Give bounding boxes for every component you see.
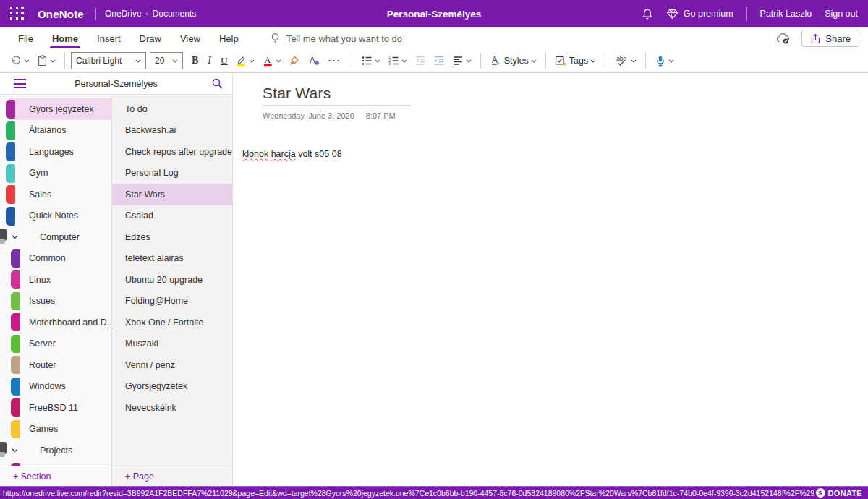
chevron-down-icon [135, 59, 141, 63]
more-formatting-button[interactable]: ··· [324, 54, 346, 68]
page-item-folding-home[interactable]: Folding@Home [112, 291, 232, 312]
go-premium-button[interactable]: Go premium [666, 9, 733, 20]
sidebar-item-computer[interactable]: Computer [0, 226, 111, 248]
sidebar-item-server[interactable]: Server [0, 333, 111, 355]
gem-icon [666, 9, 678, 20]
sidebar-item-linux[interactable]: Linux [0, 269, 111, 291]
add-page-button[interactable]: + Page [112, 466, 232, 486]
note-body-text[interactable]: klonok harcja volt s05 08 [242, 149, 868, 159]
svg-text:A: A [265, 56, 271, 64]
ribbon-tab-view[interactable]: View [171, 27, 210, 49]
ribbon-tab-home[interactable]: Home [43, 27, 88, 49]
page-item-edz-s[interactable]: Edzés [112, 226, 232, 248]
chevron-down-icon [12, 448, 18, 453]
decrease-indent-button[interactable] [412, 53, 429, 69]
sidebar-item-games[interactable]: Games [0, 419, 111, 440]
user-account-button[interactable]: Patrik Laszlo [760, 9, 812, 19]
body-text: volt s05 08 [296, 149, 342, 159]
spell-check-button[interactable]: abc [611, 53, 639, 69]
toolbar-divider [545, 53, 546, 69]
page-time: 8:07 PM [366, 111, 396, 120]
italic-button[interactable]: I [203, 53, 216, 69]
note-canvas[interactable]: Star Wars Wednesday, June 3, 2020 8:07 P… [233, 73, 868, 486]
tags-button[interactable]: ★ Tags [552, 53, 599, 69]
page-item-csalad[interactable]: Csalad [112, 205, 232, 227]
breadcrumb-current[interactable]: Documents [153, 9, 197, 19]
increase-indent-button[interactable] [430, 53, 448, 69]
page-item-personal-log[interactable]: Personal Log [112, 163, 232, 184]
app-title[interactable]: OneNote [38, 8, 84, 20]
tell-me-search[interactable]: Tell me what you want to do [270, 33, 402, 44]
search-icon[interactable] [211, 77, 224, 90]
page-item-ubuntu-20-upgrade[interactable]: Ubuntu 20 upgrade [112, 269, 232, 291]
notifications-bell-icon[interactable] [642, 8, 653, 20]
sidebar-item-freebsd-11[interactable]: FreeBSD 11 [0, 397, 111, 419]
bullet-list-button[interactable] [358, 53, 383, 69]
page-item-xbox-one-fortnite[interactable]: Xbox One / Fortnite [112, 312, 232, 333]
hamburger-menu-icon[interactable] [14, 79, 26, 88]
status-url: https://onedrive.live.com/redir?resid=3B… [3, 489, 814, 498]
undo-button[interactable] [7, 53, 33, 69]
sidebar-item-gym[interactable]: Gym [0, 163, 111, 184]
increase-indent-icon [433, 55, 445, 67]
page-item-star-wars[interactable]: Star Wars [112, 184, 232, 205]
add-section-button[interactable]: + Section [0, 466, 111, 486]
sidebar-item-ltal-nos[interactable]: Általános [0, 120, 111, 142]
share-button[interactable]: Share [801, 30, 859, 47]
page-item-teletext-alairas[interactable]: teletext alairas [112, 248, 232, 270]
section-color-tab [11, 463, 20, 466]
alignment-button[interactable] [449, 53, 475, 69]
ribbon-tab-draw[interactable]: Draw [130, 27, 171, 49]
format-painter-button[interactable] [286, 53, 303, 69]
paste-button[interactable] [34, 53, 59, 69]
underline-button[interactable]: U [218, 53, 231, 69]
sidebar-item-moterhboard-and-d[interactable]: Moterhboard and D... [0, 312, 111, 333]
numbered-list-button[interactable]: 123 [385, 53, 410, 69]
page-item-check-repos-after-upgrade[interactable]: Check repos after upgrade [112, 141, 232, 163]
svg-text:★: ★ [562, 61, 567, 67]
breadcrumb-root[interactable]: OneDrive [105, 9, 142, 19]
clear-formatting-button[interactable]: A [305, 53, 323, 69]
sidebar-item-quick-notes[interactable]: Quick Notes [0, 205, 111, 227]
section-color-tab [11, 250, 20, 268]
ribbon-tab-insert[interactable]: Insert [88, 27, 130, 49]
sidebar-item-windows[interactable]: Windows [0, 376, 111, 398]
chevron-down-icon [668, 59, 674, 63]
section-color-tab [11, 313, 20, 331]
bold-button[interactable]: B [189, 53, 201, 69]
highlight-color-button[interactable] [232, 53, 258, 69]
sidebar-item-section-partial[interactable] [0, 461, 111, 466]
top-app-bar: OneNote OneDrive › Documents Personal-Sz… [0, 0, 868, 27]
page-title[interactable]: Star Wars [263, 85, 868, 102]
toolbar-divider [64, 53, 65, 69]
highlighter-icon [235, 55, 247, 67]
sidebar-item-router[interactable]: Router [0, 354, 111, 376]
topbar-divider [95, 7, 96, 20]
font-name-select[interactable]: Calibri Light [71, 52, 146, 69]
dictate-button[interactable] [652, 53, 677, 69]
styles-button[interactable]: A Styles [487, 53, 540, 69]
page-item-to-do[interactable]: To do [112, 98, 232, 120]
chevron-down-icon [401, 59, 407, 63]
sidebar-item-languages[interactable]: Languages [0, 141, 111, 163]
title-underline [263, 105, 411, 106]
donate-button[interactable]: $ DONATE [816, 488, 865, 498]
sign-out-button[interactable]: Sign out [825, 9, 858, 19]
sidebar-item-gyors-jegyzetek[interactable]: Gyors jegyzetek [0, 98, 111, 120]
font-color-button[interactable]: A [259, 53, 284, 69]
page-item-backwash-ai[interactable]: Backwash.ai [112, 120, 232, 142]
sidebar-item-issues[interactable]: Issues [0, 291, 111, 312]
page-item-gyorsjegyzetek[interactable]: Gyorsjegyzetek [112, 376, 232, 398]
toolbar-divider [352, 53, 352, 69]
sidebar-item-projects[interactable]: Projects [0, 440, 111, 461]
page-item-venni-penz[interactable]: Venni / penz [112, 354, 232, 376]
page-item-nevecsk-ink[interactable]: Nevecskéink [112, 397, 232, 419]
app-launcher-icon[interactable] [10, 7, 25, 21]
sidebar-item-sales[interactable]: Sales [0, 184, 111, 205]
sidebar-item-common[interactable]: Common [0, 248, 111, 270]
ribbon-tab-help[interactable]: Help [210, 27, 248, 49]
font-size-select[interactable]: 20 [150, 52, 183, 69]
breadcrumb[interactable]: OneDrive › Documents [105, 9, 196, 19]
page-item-muszaki[interactable]: Muszaki [112, 333, 232, 355]
ribbon-tab-file[interactable]: File [9, 27, 43, 49]
